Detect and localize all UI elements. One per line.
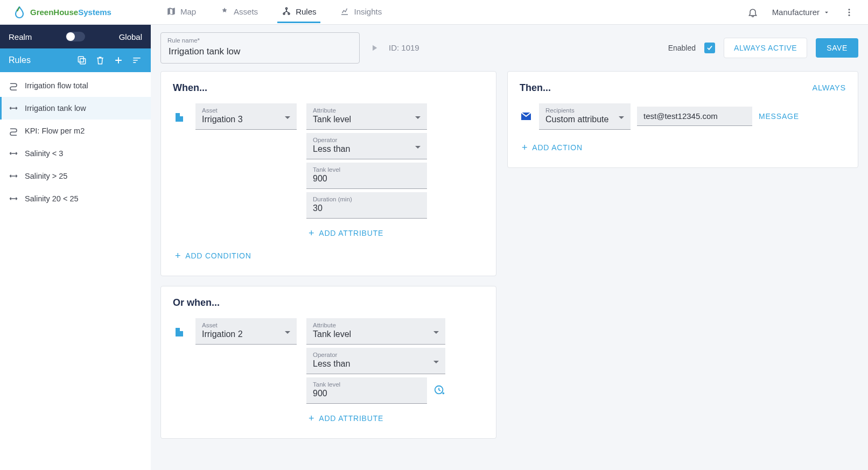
app-header: GreenHouseSystems Map Assets Rules Insig… [0,0,868,25]
flow-icon [9,81,18,90]
rule-list-item[interactable]: Salinity 20 < 25 [0,187,151,210]
nav-map[interactable]: Map [155,0,208,24]
rule-item-label: Salinity < 3 [25,149,63,158]
rule-name-label: Rule name* [167,37,353,45]
attribute-select-2[interactable]: Attribute Tank level [306,318,445,345]
main-nav: Map Assets Rules Insights [155,0,394,24]
arrow-both-icon [9,149,18,158]
svg-point-1 [288,13,290,15]
realm-toggle[interactable] [66,32,85,41]
realm-label: Realm [9,32,32,41]
when-condition: Asset Irrigation 3 Attribute Tank level … [173,103,484,241]
svg-rect-6 [80,59,86,64]
rule-list-item[interactable]: Irrigation tank low [0,97,151,120]
copy-icon[interactable] [76,55,87,66]
operator-select-2[interactable]: Operator Less than [306,348,445,374]
or-when-panel: Or when... Asset Irrigation 2 [160,286,496,439]
nav-rules[interactable]: Rules [270,0,328,24]
svg-point-2 [286,8,288,9]
always-active-button[interactable]: ALWAYS ACTIVE [724,38,807,58]
realm-scope: Global [119,32,142,41]
or-when-title: Or when... [173,297,220,308]
rule-header: Rule name* ID: 1019 Enabled ALWAYS ACTIV… [160,32,858,64]
duration-input[interactable]: Duration (min) [306,192,427,219]
nav-assets-label: Assets [234,7,258,16]
asset-select-2[interactable]: Asset Irrigation 2 [195,318,297,345]
save-button[interactable]: SAVE [816,38,858,58]
check-icon [706,44,713,52]
enabled-checkbox[interactable] [704,43,715,53]
email-input[interactable] [637,107,752,126]
message-button[interactable]: MESSAGE [759,112,799,121]
then-title: Then... [520,82,551,94]
insights-icon [340,6,349,16]
rule-name-field[interactable]: Rule name* [160,32,360,64]
user-menu[interactable]: Manufacturer [772,8,830,17]
add-condition-button[interactable]: +ADD CONDITION [173,248,484,264]
rule-name-input[interactable] [167,46,353,58]
brand-name-1: GreenHouse [30,8,78,17]
sort-icon[interactable] [131,55,142,66]
bell-icon [747,7,758,18]
asset-select[interactable]: Asset Irrigation 3 [195,103,297,130]
tank-level-input[interactable]: Tank level [306,163,427,189]
add-attribute-button-2[interactable]: +ADD ATTRIBUTE [306,410,445,426]
operator-select[interactable]: Operator Less than [306,133,427,159]
nav-map-label: Map [180,7,196,16]
brand-logo: GreenHouseSystems [13,6,111,19]
svg-point-4 [849,11,850,13]
svg-point-3 [849,9,850,10]
add-attribute-button[interactable]: +ADD ATTRIBUTE [306,225,427,241]
trash-icon[interactable] [95,55,106,66]
rule-item-label: Irrigation tank low [25,104,86,113]
rules-toolbar: Rules [0,48,151,72]
plus-icon[interactable] [113,55,124,66]
arrow-both-icon [9,171,18,181]
sidebar: Realm Global Rules Irrigation flow total… [0,25,151,470]
svg-rect-7 [78,57,83,62]
svg-point-5 [849,14,850,16]
overflow-menu[interactable] [841,4,857,20]
add-action-button[interactable]: +ADD ACTION [520,139,846,156]
rule-list-item[interactable]: Irrigation flow total [0,74,151,97]
clock-plus-icon[interactable] [433,384,445,396]
nav-assets[interactable]: Assets [208,0,270,24]
attribute-select[interactable]: Attribute Tank level [306,103,427,130]
rule-item-label: Salinity 20 < 25 [25,194,79,203]
map-icon [166,6,176,16]
chevron-down-icon [823,9,830,16]
assets-icon [220,6,229,16]
when-panel: When... Asset Irrigation 3 [160,71,496,276]
logo-icon [13,6,26,19]
nav-rules-label: Rules [296,7,316,16]
nav-insights[interactable]: Insights [328,0,394,24]
or-when-condition: Asset Irrigation 2 Attribute Tank level … [173,318,484,426]
rules-icon [282,6,291,16]
rule-list-item[interactable]: KPI: Flow per m2 [0,120,151,142]
sidebar-title: Rules [9,55,69,65]
tank-level-input-2[interactable]: Tank level [306,377,427,404]
play-icon[interactable] [369,43,379,53]
svg-point-0 [283,13,285,15]
rule-item-label: Irrigation flow total [25,81,88,90]
then-panel: Then... ALWAYS Recipients Custom attribu… [507,71,858,168]
user-name: Manufacturer [772,8,820,17]
recipients-select[interactable]: Recipients Custom attribute [539,103,631,130]
rule-list: Irrigation flow totalIrrigation tank low… [0,72,151,212]
when-title: When... [173,82,207,94]
arrow-both-icon [9,194,18,204]
arrow-both-icon [9,103,18,113]
realm-bar: Realm Global [0,25,151,48]
then-action: Recipients Custom attribute MESSAGE [520,103,846,130]
rule-item-label: KPI: Flow per m2 [25,127,85,135]
rule-list-item[interactable]: Salinity < 3 [0,142,151,165]
then-always-link[interactable]: ALWAYS [812,83,846,92]
irrigation-icon [173,103,186,125]
notifications-button[interactable] [744,4,761,21]
flow-icon [9,126,18,136]
header-right: Manufacturer [744,4,857,21]
rule-id: ID: 1019 [389,43,419,52]
rule-list-item[interactable]: Salinity > 25 [0,165,151,187]
enabled-label: Enabled [668,44,696,52]
main-content: Rule name* ID: 1019 Enabled ALWAYS ACTIV… [151,25,868,470]
